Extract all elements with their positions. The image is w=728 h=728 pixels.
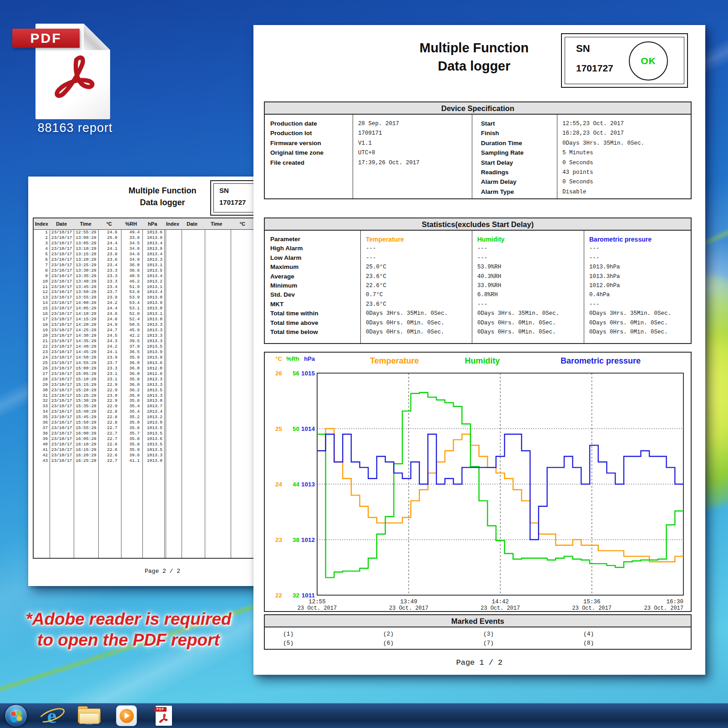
spec-row: Production date28 Sep. 2017 [270,120,399,130]
stat-row: Low Alarm--------- [270,254,694,263]
svg-text:23 Oct. 2017: 23 Oct. 2017 [389,605,428,611]
svg-text:14:42: 14:42 [492,599,509,605]
chart-panel: °C%RhhPa26252423225650443832101510141013… [264,352,692,612]
report-page-1: Multiple Function Data logger SN 1701727… [253,25,705,675]
svg-text:Humidity: Humidity [465,356,500,365]
spec-row: Start12:55,23 Oct. 2017 [481,120,624,130]
spec-row: File created17:39,26 Oct. 2017 [270,159,420,169]
svg-text:16:30: 16:30 [666,599,683,605]
ok-stamp: OK [629,41,668,81]
page1-footer: Page 1 / 2 [253,658,705,667]
sn-value: 1701727 [576,63,613,74]
windows-flag-icon [11,710,22,722]
svg-text:15:36: 15:36 [583,599,601,605]
svg-text:44: 44 [293,481,300,488]
pdf-taskbar-icon[interactable]: PDF [152,704,176,728]
marked-event-slot: (5) [283,640,293,647]
report-title-page2: Multiple Function Data logger [96,185,228,208]
stat-row: ParameterTemperatureHumidityBarometric p… [270,236,694,245]
svg-text:38: 38 [293,536,300,543]
pdf-file-icon[interactable]: PDF 88163 report [16,22,134,136]
svg-text:1015: 1015 [301,370,315,377]
stat-row: MKT23.6°C------ [270,301,694,310]
desktop: PDF 88163 report Multiple Function Data … [0,0,728,728]
stat-row: Maximum25.0°C53.9%RH1013.9hPa [270,263,694,273]
svg-text:22: 22 [275,592,282,599]
svg-text:%Rh: %Rh [286,355,299,362]
svg-text:1013: 1013 [301,481,315,488]
spec-row: Production lot1709171 [270,130,382,139]
svg-text:12:55: 12:55 [308,599,326,605]
svg-text:24: 24 [275,481,283,488]
spec-row: Alarm Delay0 Seconds [481,178,593,188]
marked-event-slot: (1) [283,631,293,637]
device-specification-body: Production date28 Sep. 2017Production lo… [264,115,692,199]
marked-event-slot: (2) [383,631,394,637]
pdf-page-fold [84,24,110,50]
svg-text:°C: °C [275,355,282,362]
spec-row: Firmware versionV1.1 [270,140,372,149]
svg-text:56: 56 [293,370,300,377]
device-specification-section: Device Specification Production date28 S… [264,101,692,199]
svg-text:hPa: hPa [304,355,315,362]
svg-text:23 Oct. 2017: 23 Oct. 2017 [644,605,683,611]
svg-text:23 Oct. 2017: 23 Oct. 2017 [572,605,612,611]
statistics-body: ParameterTemperatureHumidityBarometric p… [264,231,692,344]
svg-text:25: 25 [275,425,283,432]
spec-row: Alarm TypeDisable [481,188,586,198]
spec-row: Finish16:28,23 Oct. 2017 [481,130,624,139]
adobe-reader-caption: *Adobe reader is required to open the PD… [5,609,253,651]
spec-row: Start Delay0 Seconds [481,159,593,169]
marked-event-slot: (7) [483,640,494,647]
stat-row: Minimum22.6°C33.9%RH1012.0hPa [270,282,694,291]
taskbar: e PDF [0,703,728,728]
pdf-banner: PDF [12,29,80,48]
marked-event-slot: (6) [383,640,394,647]
svg-text:1011: 1011 [302,592,315,599]
svg-text:13:49: 13:49 [400,599,417,605]
svg-text:32: 32 [293,592,299,599]
spec-row: Duration Time0Days 3Hrs. 35Min. 0Sec. [481,140,644,149]
svg-text:1014: 1014 [301,425,315,432]
stat-row: Total time within0Days 3Hrs. 35Min. 0Sec… [270,310,694,319]
svg-text:1012: 1012 [301,536,315,543]
sn-label: SN [576,43,590,55]
stat-row: Average23.6°C40.3%RH1013.3hPa [270,273,694,282]
sn-box: SN 1701727 OK [561,33,688,88]
report-title: Multiple Function Data logger [369,39,579,75]
marked-event-slot: (4) [583,631,594,637]
spec-row: Original time zoneUTC+8 [270,149,375,159]
device-specification-header: Device Specification [264,101,692,115]
spec-row: Readings43 points [481,169,593,178]
pdf-file-name[interactable]: 88163 report [16,121,134,135]
svg-text:26: 26 [275,370,283,377]
marked-event-slot: (3) [483,631,494,637]
svg-text:23 Oct. 2017: 23 Oct. 2017 [480,605,520,611]
svg-text:Barometric pressure: Barometric pressure [561,356,641,365]
svg-text:23: 23 [275,536,283,543]
svg-text:23 Oct. 2017: 23 Oct. 2017 [298,605,337,611]
stat-row: Total time below0Days 0Hrs. 0Min. 0Sec.0… [270,329,694,338]
start-button[interactable] [5,704,27,727]
marked-event-slot: (8) [583,640,594,647]
spec-row: Sampling Rate5 Minutes [481,149,593,159]
svg-text:50: 50 [293,425,299,432]
statistics-section: Statistics(excludes Start Delay) Paramet… [264,217,692,344]
stat-row: Total time above0Days 0Hrs. 0Min. 0Sec.0… [270,319,694,329]
marked-events-body: (1)(2)(3)(4)(5)(6)(7)(8) [264,627,692,650]
internet-explorer-icon[interactable]: e [40,704,64,728]
marked-events-section: Marked Events (1)(2)(3)(4)(5)(6)(7)(8) [264,614,692,650]
statistics-header: Statistics(excludes Start Delay) [264,217,692,231]
stat-row: Std. Dev0.7°C6.8%RH0.4hPa [270,291,694,300]
svg-text:Temperature: Temperature [370,356,419,365]
media-player-icon[interactable] [115,704,138,728]
logger-chart: °C%RhhPa26252423225650443832101510141013… [265,353,691,611]
page2-footer: Page 2 / 2 [96,568,228,575]
windows-explorer-icon[interactable] [77,704,101,728]
acrobat-logo-icon [52,51,100,103]
marked-events-header: Marked Events [264,614,692,627]
stat-row: High Alarm--------- [270,245,694,254]
